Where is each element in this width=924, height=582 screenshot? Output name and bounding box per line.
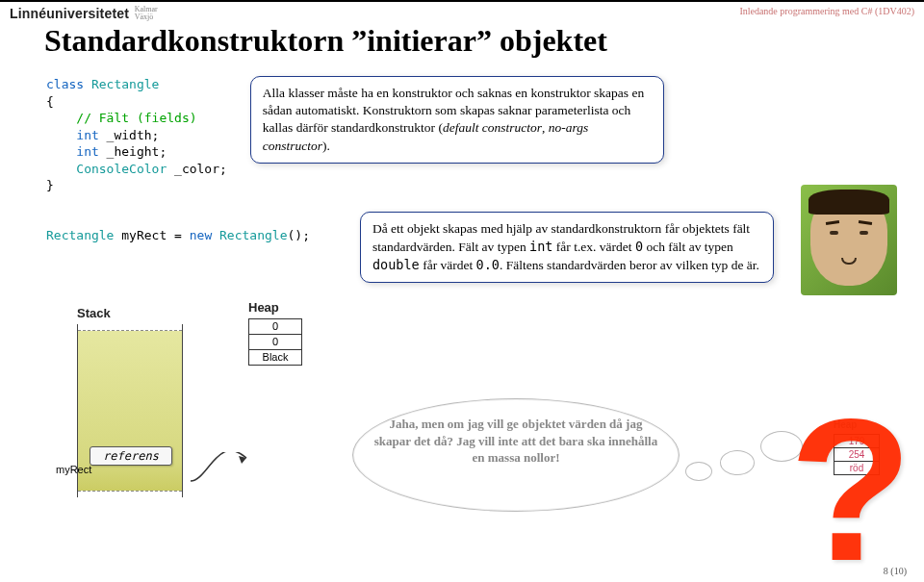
stack-strip: referens: [77, 324, 183, 497]
heap-label: Heap: [248, 300, 302, 315]
c1-t2: ,: [542, 120, 549, 135]
stack-column: Stack referens myRect: [77, 306, 192, 497]
heap-val-0: 0: [249, 319, 301, 335]
thought-bubble-2: [720, 450, 755, 475]
brand-block: Linnéuniversitetet Kalmar Växjö: [10, 6, 158, 21]
c2-t4: får värdet: [420, 258, 476, 272]
row-2: Rectangle myRect = new Rectangle(); Då e…: [46, 212, 924, 284]
page-header: Linnéuniversitetet Kalmar Växjö Inledand…: [0, 0, 924, 21]
brand-sub-2: Växjö: [135, 13, 154, 21]
kw-int-2: int: [46, 144, 99, 159]
brace-open: {: [46, 94, 54, 109]
course-label: Inledande programmering med C# (1DV402): [739, 6, 914, 16]
c2-t5: . Fältens standardvärden beror av vilken…: [500, 258, 759, 272]
callout-constructor-explain: Alla klasser måste ha en konstruktor och…: [250, 76, 664, 164]
c1-it1: default constructor: [443, 120, 542, 135]
stack-label: Stack: [77, 306, 192, 320]
brand-sub: Kalmar Växjö: [135, 6, 158, 21]
code-eq: myRect =: [114, 228, 189, 242]
type-consolecolor: ConsoleColor: [46, 162, 167, 176]
c2-m3: double: [372, 257, 420, 272]
c2-t2: får t.ex. värdet: [552, 240, 634, 254]
comment-fields: // Fält (fields): [46, 111, 197, 125]
callout-default-values: Då ett objekt skapas med hjälp av standa…: [360, 212, 774, 284]
reference-box: referens: [90, 446, 172, 466]
field-height: _height;: [99, 144, 167, 159]
arrow-ref-to-heap: [189, 452, 256, 491]
brace-close: }: [46, 178, 54, 192]
type-rect-2: Rectangle: [46, 228, 114, 242]
page-number: 8 (10): [884, 566, 907, 576]
c2-m2: 0: [635, 239, 643, 254]
brand: Linnéuniversitetet: [10, 6, 129, 21]
c2-t3: och fält av typen: [643, 240, 733, 254]
myrect-label: myRect: [56, 464, 91, 475]
code-new-rectangle: Rectangle myRect = new Rectangle();: [46, 212, 310, 244]
kw-class: class: [46, 77, 84, 91]
thought-text: Jaha, men om jag vill ge objektet värden…: [372, 416, 660, 467]
kw-new: new: [190, 228, 212, 242]
field-width: _width;: [99, 128, 160, 142]
code-parens: ();: [288, 228, 310, 242]
c2-m1: int: [529, 239, 552, 254]
field-color: _color;: [167, 162, 227, 176]
character-face: [801, 185, 897, 295]
c2-m4: 0.0: [476, 257, 500, 272]
page-title: Standardkonstruktorn ”initierar” objekte…: [0, 21, 924, 59]
heap-val-2: Black: [249, 350, 301, 365]
heap-column: Heap 0 0 Black: [248, 300, 302, 366]
type-rect-3: Rectangle: [212, 228, 287, 242]
thought-bubble-1: [685, 462, 712, 481]
c1-t3: ).: [322, 139, 330, 153]
kw-int-1: int: [46, 128, 99, 142]
code-class-rectangle: class Rectangle { // Fält (fields) int _…: [46, 76, 227, 194]
type-rectangle: Rectangle: [84, 77, 159, 91]
question-mark-icon: ?: [789, 390, 912, 582]
heap-val-1: 0: [249, 335, 301, 350]
heap-object-box: 0 0 Black: [248, 318, 302, 366]
row-1: class Rectangle { // Fält (fields) int _…: [46, 76, 924, 194]
